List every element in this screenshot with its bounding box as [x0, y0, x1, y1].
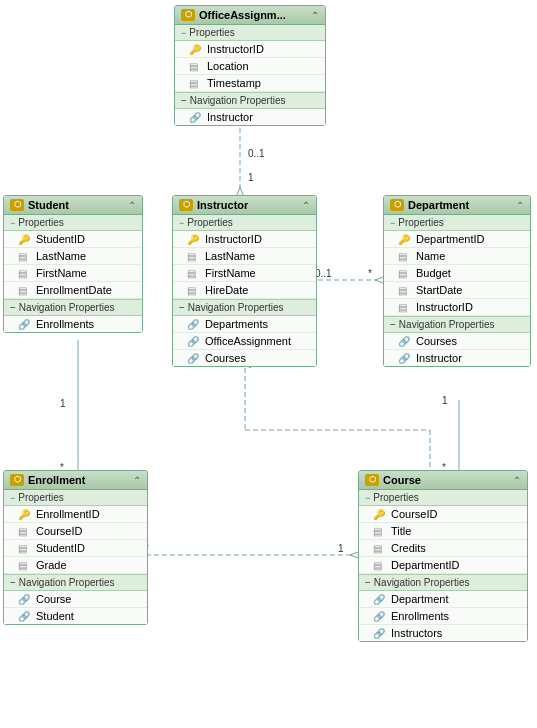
prop-studentid: ▤ StudentID: [4, 540, 147, 557]
entity-icon: ⬡: [390, 199, 404, 211]
nav-icon: 🔗: [373, 611, 387, 622]
key-icon: 🔑: [187, 234, 201, 245]
prop-location: ▤ Location: [175, 58, 325, 75]
entity-icon: ⬡: [10, 474, 24, 486]
expand-icon[interactable]: ⌃: [133, 475, 141, 486]
nav-officeassignment: 🔗 OfficeAssignment: [173, 333, 316, 350]
entity-icon: ⬡: [181, 9, 195, 21]
entity-instructor: ⬡ Instructor ⌃ − Properties 🔑 Instructor…: [172, 195, 317, 367]
nav-instructors: 🔗 Instructors: [359, 625, 527, 641]
entity-officeassignment: ⬡ OfficeAssignm... ⌃ − Properties 🔑 Inst…: [174, 5, 326, 126]
entity-icon: ⬡: [10, 199, 24, 211]
prop-departmentid: 🔑 DepartmentID: [384, 231, 530, 248]
properties-section-header: − Properties: [4, 215, 142, 231]
entity-student: ⬡ Student ⌃ − Properties 🔑 StudentID ▤ L…: [3, 195, 143, 333]
entity-enrollment: ⬡ Enrollment ⌃ − Properties 🔑 Enrollment…: [3, 470, 148, 625]
expand-icon[interactable]: ⌃: [311, 10, 319, 21]
nav-enrollments: 🔗 Enrollments: [4, 316, 142, 332]
prop-firstname: ▤ FirstName: [4, 265, 142, 282]
entity-icon: ⬡: [365, 474, 379, 486]
expand-icon[interactable]: ⌃: [516, 200, 524, 211]
nav-enrollments: 🔗 Enrollments: [359, 608, 527, 625]
field-icon: ▤: [189, 78, 203, 89]
nav-instructor: 🔗 Instructor: [384, 350, 530, 366]
nav-section-header: − Navigation Properties: [175, 92, 325, 109]
field-icon: ▤: [187, 268, 201, 279]
nav-icon: 🔗: [373, 594, 387, 605]
entity-enrollment-title: Enrollment: [28, 474, 85, 486]
prop-grade: ▤ Grade: [4, 557, 147, 574]
expand-icon[interactable]: ⌃: [302, 200, 310, 211]
entity-department-header[interactable]: ⬡ Department ⌃: [384, 196, 530, 215]
field-icon: ▤: [18, 268, 32, 279]
nav-section-header: − Navigation Properties: [384, 316, 530, 333]
field-icon: ▤: [373, 543, 387, 554]
nav-icon: 🔗: [18, 594, 32, 605]
nav-icon: 🔗: [187, 336, 201, 347]
key-icon: 🔑: [18, 234, 32, 245]
nav-section-header: − Navigation Properties: [173, 299, 316, 316]
prop-enrollmentdate: ▤ EnrollmentDate: [4, 282, 142, 299]
label-01-top: 0..1: [248, 148, 265, 159]
field-icon: ▤: [187, 251, 201, 262]
field-icon: ▤: [18, 251, 32, 262]
entity-department: ⬡ Department ⌃ − Properties 🔑 Department…: [383, 195, 531, 367]
entity-student-header[interactable]: ⬡ Student ⌃: [4, 196, 142, 215]
nav-icon: 🔗: [189, 112, 203, 123]
nav-section-header: − Navigation Properties: [359, 574, 527, 591]
field-icon: ▤: [18, 285, 32, 296]
prop-credits: ▤ Credits: [359, 540, 527, 557]
label-1-top: 1: [248, 172, 254, 183]
key-icon: 🔑: [373, 509, 387, 520]
prop-title: ▤ Title: [359, 523, 527, 540]
nav-icon: 🔗: [18, 611, 32, 622]
prop-studentid: 🔑 StudentID: [4, 231, 142, 248]
field-icon: ▤: [18, 543, 32, 554]
properties-section-header: − Properties: [359, 490, 527, 506]
entity-officeassignment-title: OfficeAssignm...: [199, 9, 286, 21]
entity-department-title: Department: [408, 199, 469, 211]
field-icon: ▤: [18, 526, 32, 537]
entity-instructor-title: Instructor: [197, 199, 248, 211]
label-1-student: 1: [60, 398, 66, 409]
expand-icon[interactable]: ⌃: [128, 200, 136, 211]
nav-icon: 🔗: [18, 319, 32, 330]
field-icon: ▤: [398, 268, 412, 279]
field-icon: ▤: [373, 560, 387, 571]
properties-section-header: − Properties: [384, 215, 530, 231]
prop-startdate: ▤ StartDate: [384, 282, 530, 299]
nav-courses: 🔗 Courses: [384, 333, 530, 350]
entity-course-title: Course: [383, 474, 421, 486]
prop-enrollmentid: 🔑 EnrollmentID: [4, 506, 147, 523]
label-star-right: *: [368, 268, 372, 279]
properties-section-header: − Properties: [4, 490, 147, 506]
prop-lastname: ▤ LastName: [173, 248, 316, 265]
label-1-course-right: 1: [338, 543, 344, 554]
prop-courseid: 🔑 CourseID: [359, 506, 527, 523]
nav-icon: 🔗: [398, 353, 412, 364]
label-01-right: 0..1: [315, 268, 332, 279]
properties-section-header: − Properties: [175, 25, 325, 41]
nav-departments: 🔗 Departments: [173, 316, 316, 333]
entity-course-header[interactable]: ⬡ Course ⌃: [359, 471, 527, 490]
entity-instructor-header[interactable]: ⬡ Instructor ⌃: [173, 196, 316, 215]
entity-icon: ⬡: [179, 199, 193, 211]
field-icon: ▤: [373, 526, 387, 537]
nav-student: 🔗 Student: [4, 608, 147, 624]
prop-budget: ▤ Budget: [384, 265, 530, 282]
nav-section-header: − Navigation Properties: [4, 299, 142, 316]
field-icon: ▤: [398, 285, 412, 296]
label-1-dept: 1: [442, 395, 448, 406]
entity-officeassignment-header[interactable]: ⬡ OfficeAssignm... ⌃: [175, 6, 325, 25]
entity-enrollment-header[interactable]: ⬡ Enrollment ⌃: [4, 471, 147, 490]
expand-icon[interactable]: ⌃: [513, 475, 521, 486]
prop-hiredate: ▤ HireDate: [173, 282, 316, 299]
key-icon: 🔑: [189, 44, 203, 55]
nav-courses: 🔗 Courses: [173, 350, 316, 366]
prop-instructorid: ▤ InstructorID: [384, 299, 530, 316]
prop-lastname: ▤ LastName: [4, 248, 142, 265]
prop-instructorid: 🔑 InstructorID: [175, 41, 325, 58]
properties-section-header: − Properties: [173, 215, 316, 231]
nav-icon: 🔗: [373, 628, 387, 639]
nav-instructor: 🔗 Instructor: [175, 109, 325, 125]
